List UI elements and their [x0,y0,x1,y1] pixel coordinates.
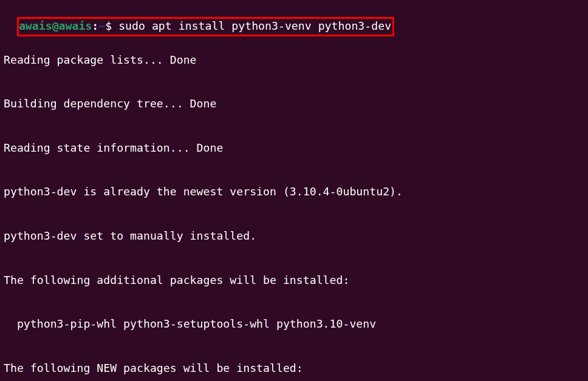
output-line: Reading package lists... Done [4,53,584,67]
output-line: Building dependency tree... Done [4,96,584,111]
prompt-separator: : [92,19,98,32]
terminal-window[interactable]: awais@awais:~$ sudo apt install python3-… [4,2,584,381]
prompt-user-host: awais@awais [19,19,92,32]
output-line: The following additional packages will b… [4,273,584,288]
output-line: python3-pip-whl python3-setuptools-whl p… [4,317,584,331]
output-line: python3-dev set to manually installed. [4,229,584,243]
command-highlight-box: awais@awais:~$ sudo apt install python3-… [17,17,394,36]
prompt-path: ~ [98,19,105,32]
prompt-symbol: $ [105,19,112,32]
output-line: Reading state information... Done [4,141,584,155]
output-line: The following NEW packages will be insta… [4,361,584,376]
command-input[interactable]: sudo apt install python3-venv python3-de… [118,19,391,32]
output-line: python3-dev is already the newest versio… [4,184,584,199]
